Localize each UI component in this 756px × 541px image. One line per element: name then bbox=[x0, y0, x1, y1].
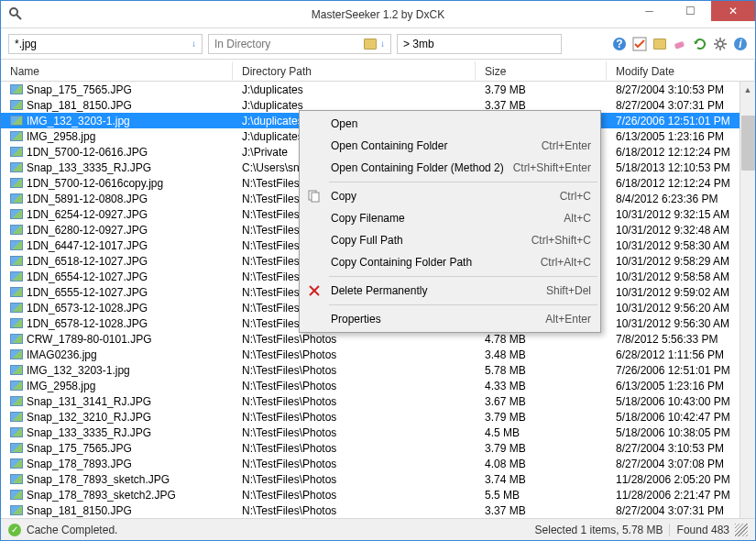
table-row[interactable]: CRW_1789-80-0101.JPGN:\TestFiles\Photos4… bbox=[1, 331, 755, 347]
file-directory: N:\TestFiles\Photos bbox=[233, 442, 476, 455]
file-date: 8/27/2004 3:07:08 PM bbox=[607, 458, 755, 470]
app-icon bbox=[8, 6, 23, 21]
file-name: Snap_181_8150.JPG bbox=[27, 99, 132, 112]
file-directory: N:\TestFiles\Photos bbox=[233, 411, 476, 424]
file-date: 5/18/2013 12:10:53 PM bbox=[607, 161, 755, 174]
header-modify-date[interactable]: Modify Date bbox=[607, 61, 755, 82]
file-size: 4.08 MB bbox=[476, 458, 607, 470]
file-date: 10/31/2012 9:32:15 AM bbox=[607, 208, 755, 221]
file-date: 8/4/2012 6:23:36 PM bbox=[607, 193, 755, 205]
window-controls: ─ ☐ ✕ bbox=[629, 1, 755, 21]
selection-status: Selected 1 items, 5.78 MB bbox=[535, 524, 663, 536]
file-name: 1DN_6555-12-1027.JPG bbox=[27, 286, 148, 299]
dir-dropdown-icon[interactable]: ↓ bbox=[380, 39, 385, 49]
file-name: Snap_178_7893_sketch2.JPG bbox=[27, 489, 176, 502]
file-directory: N:\TestFiles\Photos bbox=[233, 489, 476, 502]
header-size[interactable]: Size bbox=[476, 61, 607, 82]
menu-item-copy-full-path[interactable]: Copy Full PathCtrl+Shift+C bbox=[301, 229, 598, 251]
scroll-up-arrow[interactable]: ▲ bbox=[740, 82, 755, 97]
menu-item-open[interactable]: Open bbox=[301, 113, 598, 135]
folder-icon[interactable] bbox=[364, 39, 377, 50]
image-file-icon bbox=[10, 193, 23, 204]
file-name: IMAG0236.jpg bbox=[27, 348, 97, 361]
search-query-input[interactable] bbox=[15, 38, 188, 50]
close-button[interactable]: ✕ bbox=[711, 1, 755, 21]
file-date: 6/13/2005 1:23:16 PM bbox=[607, 130, 755, 143]
help-icon[interactable]: ? bbox=[612, 37, 627, 51]
table-row[interactable]: Snap_132_3210_RJ.JPGN:\TestFiles\Photos3… bbox=[1, 409, 755, 425]
file-name: CRW_1789-80-0101.JPG bbox=[27, 333, 152, 346]
query-dropdown-icon[interactable]: ↓ bbox=[192, 39, 196, 49]
file-size: 4.5 MB bbox=[476, 426, 607, 439]
file-name: Snap_175_7565.JPG bbox=[27, 83, 132, 96]
svg-rect-5 bbox=[674, 40, 685, 49]
table-row[interactable]: Snap_133_3335_RJ.JPGN:\TestFiles\Photos4… bbox=[1, 425, 755, 440]
search-query-box[interactable]: ↓ bbox=[8, 34, 203, 54]
menu-item-delete-permanently[interactable]: Delete PermanentlyShift+Del bbox=[301, 280, 598, 302]
table-row[interactable]: IMG_132_3203-1.jpgN:\TestFiles\Photos5.7… bbox=[1, 362, 755, 378]
menu-item-open-containing-folder[interactable]: Open Containing FolderCtrl+Enter bbox=[301, 135, 598, 157]
resize-grip[interactable] bbox=[735, 524, 748, 536]
options-icon[interactable] bbox=[632, 37, 647, 51]
menu-item-copy[interactable]: CopyCtrl+C bbox=[301, 185, 598, 207]
directory-input[interactable] bbox=[214, 38, 361, 50]
table-row[interactable]: IMG_2958.jpgN:\TestFiles\Photos4.33 MB6/… bbox=[1, 378, 755, 393]
table-row[interactable]: Snap_178_7893_sketch2.JPGN:\TestFiles\Ph… bbox=[1, 487, 755, 502]
table-row[interactable]: Snap_131_3141_RJ.JPGN:\TestFiles\Photos3… bbox=[1, 393, 755, 409]
maximize-button[interactable]: ☐ bbox=[670, 1, 711, 21]
file-directory: N:\TestFiles\Photos bbox=[233, 380, 476, 392]
svg-line-11 bbox=[716, 39, 718, 41]
size-filter-input[interactable] bbox=[403, 38, 555, 50]
titlebar: MasterSeeker 1.2 by DxCK ─ ☐ ✕ bbox=[1, 1, 755, 28]
menu-separator bbox=[329, 182, 597, 182]
image-file-icon bbox=[10, 162, 23, 172]
image-file-icon bbox=[10, 131, 23, 141]
file-directory: N:\TestFiles\Photos bbox=[233, 348, 476, 361]
image-file-icon bbox=[10, 458, 23, 469]
menu-item-label: Open Containing Folder bbox=[331, 139, 447, 152]
gear-icon[interactable] bbox=[713, 37, 728, 51]
toolbar-icons: ? i bbox=[612, 37, 748, 51]
delete-icon bbox=[307, 283, 322, 298]
table-row[interactable]: Snap_175_7565.JPGJ:\duplicates3.79 MB8/2… bbox=[1, 82, 755, 97]
svg-point-6 bbox=[718, 41, 723, 47]
file-name: Snap_178_7893.JPG bbox=[27, 458, 132, 470]
folder-tool-icon[interactable] bbox=[652, 37, 667, 51]
table-row[interactable]: Snap_175_7565.JPGN:\TestFiles\Photos3.79… bbox=[1, 440, 755, 456]
menu-item-label: Open bbox=[331, 117, 357, 130]
table-row[interactable]: Snap_178_7893_sketch.JPGN:\TestFiles\Pho… bbox=[1, 471, 755, 487]
menu-item-properties[interactable]: PropertiesAlt+Enter bbox=[301, 308, 598, 330]
menu-item-copy-containing-folder-path[interactable]: Copy Containing Folder PathCtrl+Alt+C bbox=[301, 251, 598, 273]
menu-item-copy-filename[interactable]: Copy FilenameAlt+C bbox=[301, 207, 598, 229]
file-date: 6/18/2012 12:12:24 PM bbox=[607, 177, 755, 190]
file-name: 1DN_5700-12-0616copy.jpg bbox=[27, 177, 163, 190]
minimize-button[interactable]: ─ bbox=[629, 1, 670, 21]
menu-separator bbox=[329, 304, 597, 305]
table-row[interactable]: Snap_178_7893.JPGN:\TestFiles\Photos4.08… bbox=[1, 456, 755, 471]
size-filter-box[interactable] bbox=[397, 34, 562, 54]
scroll-thumb[interactable] bbox=[741, 116, 755, 171]
file-directory: N:\TestFiles\Photos bbox=[233, 395, 476, 408]
directory-box[interactable]: ↓ bbox=[208, 34, 391, 54]
info-icon[interactable]: i bbox=[733, 37, 748, 51]
menu-separator bbox=[329, 276, 597, 277]
file-size: 3.79 MB bbox=[476, 411, 607, 424]
image-file-icon bbox=[10, 271, 23, 282]
header-directory[interactable]: Directory Path bbox=[233, 61, 476, 82]
file-date: 10/31/2012 9:59:02 AM bbox=[607, 286, 755, 299]
file-name: 1DN_5891-12-0808.JPG bbox=[27, 193, 148, 205]
refresh-icon[interactable] bbox=[693, 37, 707, 51]
vertical-scrollbar[interactable]: ▲ bbox=[740, 82, 755, 518]
image-file-icon bbox=[10, 303, 23, 313]
file-date: 5/18/2006 10:42:47 PM bbox=[607, 411, 755, 424]
table-row[interactable]: Snap_181_8150.JPGN:\TestFiles\Photos3.37… bbox=[1, 502, 755, 518]
menu-shortcut: Shift+Del bbox=[546, 284, 591, 297]
header-name[interactable]: Name bbox=[1, 61, 233, 82]
image-file-icon bbox=[10, 490, 23, 500]
column-headers: Name Directory Path Size Modify Date bbox=[1, 60, 755, 82]
table-row[interactable]: IMAG0236.jpgN:\TestFiles\Photos3.48 MB6/… bbox=[1, 347, 755, 362]
menu-item-open-containing-folder-method-2-[interactable]: Open Containing Folder (Method 2)Ctrl+Sh… bbox=[301, 157, 598, 179]
svg-text:?: ? bbox=[616, 38, 622, 50]
eraser-icon[interactable] bbox=[673, 37, 687, 51]
image-file-icon bbox=[10, 178, 23, 188]
